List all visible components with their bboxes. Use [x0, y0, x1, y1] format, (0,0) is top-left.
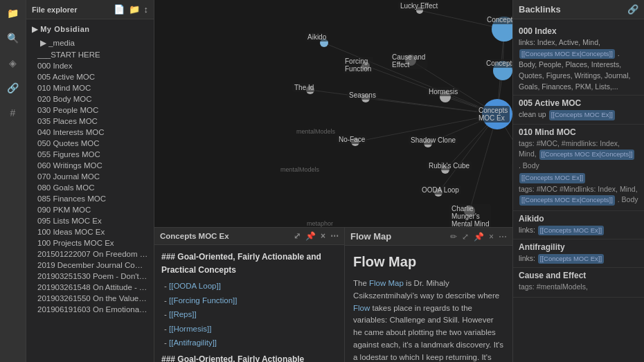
root-name: My Obsidian	[40, 25, 89, 33]
files-icon[interactable]: 📁	[6, 6, 21, 21]
tree-file-item[interactable]: 080 Goals MOC	[26, 182, 154, 193]
node-aikido[interactable]	[320, 39, 328, 47]
node-concepts-moc2[interactable]	[493, 61, 512, 80]
tags-icon[interactable]: #	[6, 105, 21, 120]
tree-file-item[interactable]: 201501222007 On Freedom - Ni...	[26, 248, 154, 260]
node-charlie-munger[interactable]	[464, 206, 475, 217]
backlinks-link-icon[interactable]: 🔗	[627, 4, 638, 15]
tree-file-item[interactable]: 010 Mind MOC	[26, 82, 154, 93]
tree-file-item[interactable]: ___START HERE	[26, 49, 154, 60]
flow-expand-icon[interactable]: ⤢	[462, 232, 469, 242]
middle-section: Aikido Lucky Effect Concepts MOC1 Exampl…	[154, 0, 512, 362]
concept-link-antifragility[interactable]: [[Antifragility]]	[169, 338, 217, 347]
new-folder-icon[interactable]: 📁	[129, 4, 140, 15]
flow-map-panel: Flow Map ✏ ⤢ 📌 × ⋯ Flow Map The Flow Map…	[345, 228, 512, 362]
backlink-cause-effect: Cause and Effect tags: #mentalModels,	[513, 268, 644, 298]
concept-item-antifragility: - [[Antifragility]]	[164, 336, 337, 349]
node-lucky-effect[interactable]	[416, 7, 423, 14]
file-explorer-header-icons: 📄 📁 ↕	[114, 4, 149, 15]
tree-file-item[interactable]: 201903261550 On the Value of T...	[26, 293, 154, 304]
search-icon[interactable]: 🔍	[6, 30, 21, 46]
concept-link-hormesis[interactable]: [[Hormesis]]	[169, 325, 211, 333]
graph-icon[interactable]: ◈	[6, 55, 21, 71]
graph-view[interactable]: Aikido Lucky Effect Concepts MOC1 Exampl…	[154, 0, 512, 227]
backlink-010-mind: 010 Mind MOC tags: #MOC, #mindlinks: Ind…	[513, 125, 644, 211]
backlink-aikido-title[interactable]: Aikido	[519, 214, 638, 224]
tree-file-item[interactable]: 060 Writings MOC	[26, 160, 154, 171]
flow-map-link[interactable]: Flow Map	[369, 279, 404, 287]
tree-file-item[interactable]: 100 Ideas MOC Ex	[26, 226, 154, 237]
flow-close-icon[interactable]: ×	[489, 232, 494, 242]
backlinks-content: 000 Index links: Index, Active, Mind, [[…	[513, 19, 644, 362]
svg-line-16	[420, 10, 504, 29]
tree-file-item[interactable]: 085 Finances MOC	[26, 193, 154, 204]
node-no-face[interactable]	[351, 138, 359, 146]
backlink-000-index-title[interactable]: 000 Index	[519, 26, 638, 36]
concepts-panel-header: Concepts MOC Ex ⤢ 📌 × ⋯	[154, 228, 344, 245]
concept-link-forcing[interactable]: [[Forcing Function]]	[169, 296, 237, 305]
tree-file-item[interactable]: 040 Interests MOC	[26, 127, 154, 138]
node-forcing-function[interactable]	[361, 62, 370, 70]
tree-file-item[interactable]: 090 PKM MOC	[26, 204, 154, 215]
backlink-005-title[interactable]: 005 Active MOC	[519, 98, 638, 108]
tree-file-item[interactable]: 100 Projects MOC Ex	[26, 237, 154, 248]
tree-file-item[interactable]: 201903251530 Poem - Don't Qui...	[26, 271, 154, 282]
flow-more-icon[interactable]: ⋯	[499, 232, 507, 242]
node-ooda-loop[interactable]	[434, 188, 442, 197]
flow-pin-icon[interactable]: 📌	[474, 232, 484, 242]
flow-body-rest: takes place in regards to the variables:…	[353, 304, 503, 362]
concepts-more-icon[interactable]: ⋯	[330, 231, 339, 241]
flow-pencil-icon[interactable]: ✏	[450, 232, 457, 242]
badge-010-concepts1: [[Concepts MOC Ex|Concepts]]	[539, 150, 635, 159]
flow-panel-content: Flow Map The Flow Map is Dr. Mihaly Csik…	[345, 246, 512, 362]
tree-root-label[interactable]: ▶ My Obsidian	[26, 22, 154, 37]
file-explorer-panel: File explorer 📄 📁 ↕ ▶ My Obsidian ▶ _med…	[26, 0, 154, 362]
tree-file-item[interactable]: 035 Places MOC	[26, 116, 154, 127]
new-file-icon[interactable]: 📄	[114, 4, 125, 15]
node-cause-effect[interactable]	[405, 55, 416, 66]
tree-file-item[interactable]: 070 Journal MOC	[26, 171, 154, 182]
concept-link-reps[interactable]: [[Reps]]	[169, 310, 197, 318]
node-concepts-moc-ex[interactable]	[482, 99, 512, 129]
tree-file-item[interactable]: 005 Active MOC	[26, 71, 154, 82]
concepts-expand-icon[interactable]: ⤢	[294, 231, 301, 241]
tree-file-item[interactable]: 201906191603 On Emotional Agi...	[26, 304, 154, 315]
node-concepts-moc1[interactable]	[492, 17, 512, 42]
badge-010-concepts2: [[Concepts MOC Ex]]	[519, 173, 585, 183]
backlink-aikido-text: links: [[Concepts MOC Ex]]	[519, 225, 638, 236]
tree-file-item[interactable]: 055 Figures MOC	[26, 149, 154, 160]
backlink-cause-effect-tags: tags: #mentalModels,	[519, 282, 638, 293]
tree-file-item[interactable]: 2019 December Journal Compila...	[26, 260, 154, 271]
concepts-close-icon[interactable]: ×	[321, 231, 325, 241]
badge-000-concepts: [[Concepts MOC Ex|Concepts]]	[519, 49, 615, 59]
tree-media-folder[interactable]: ▶ _media	[26, 37, 154, 49]
concepts-items-list: - [[OODA Loop]] - [[Forcing Function]] -…	[161, 280, 337, 349]
node-seasons[interactable]	[361, 94, 370, 102]
tree-file-item[interactable]: 095 Lists MOC Ex	[26, 215, 154, 226]
concept-link-ooda[interactable]: [[OODA Loop]]	[169, 282, 221, 290]
node-hormesis[interactable]	[440, 91, 451, 102]
media-arrow: ▶	[40, 39, 48, 47]
tree-file-item[interactable]: 201903261548 On Attitude - Tec...	[26, 282, 154, 293]
node-rubik-cube[interactable]	[441, 165, 449, 174]
backlinks-title: Backlinks	[519, 4, 561, 15]
backlink-010-title[interactable]: 010 Mind MOC	[519, 127, 638, 137]
tree-file-item[interactable]: 020 Body MOC	[26, 93, 154, 105]
backlink-cause-effect-title[interactable]: Cause and Effect	[519, 271, 638, 280]
tree-file-item[interactable]: 050 Quotes MOC	[26, 138, 154, 149]
backlink-antifragility-title[interactable]: Antifragility	[519, 242, 638, 252]
flow-link-inline[interactable]: Flow	[353, 304, 370, 312]
concepts-pin-icon[interactable]: 📌	[305, 231, 316, 241]
file-tree: ▶ My Obsidian ▶ _media ___START HERE000 …	[26, 19, 154, 362]
links-icon[interactable]: 🔗	[6, 80, 21, 96]
node-shadow-clone[interactable]	[424, 139, 432, 147]
concepts-panel-title: Concepts MOC Ex	[160, 232, 229, 240]
tree-file-item[interactable]: 000 Index	[26, 60, 154, 71]
tree-file-item[interactable]: 030 People MOC	[26, 105, 154, 116]
concept-item-reps: - [[Reps]]	[164, 308, 337, 320]
concept-item-ooda: - [[OODA Loop]]	[164, 280, 337, 292]
sort-icon[interactable]: ↕	[144, 4, 149, 15]
concepts-moc-ex-panel: Concepts MOC Ex ⤢ 📌 × ⋯ ### Goal-Oriente…	[154, 228, 345, 362]
node-the-id[interactable]	[306, 86, 314, 94]
backlink-010-tags: tags: #MOC, #mindlinks: Index, Mind, [[C…	[519, 138, 638, 172]
